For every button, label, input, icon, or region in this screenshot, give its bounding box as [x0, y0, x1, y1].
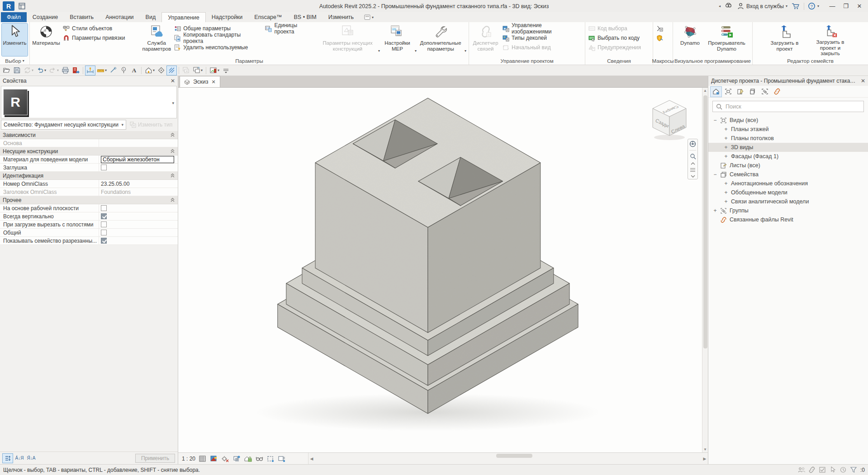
open-button[interactable] — [2, 66, 11, 75]
store-cart-icon[interactable] — [791, 2, 800, 11]
vertical-scrollbar[interactable]: ▲ ▼ — [702, 88, 708, 452]
workplane-checkbox[interactable] — [101, 205, 107, 211]
switch-windows-button[interactable]: ▾ — [192, 66, 204, 75]
mep-settings-button[interactable]: MEP Настройки MEP — [382, 24, 413, 56]
user-interface-button[interactable]: ▾ — [209, 66, 220, 75]
filter-icon[interactable] — [850, 466, 857, 473]
browser-sheets-button[interactable] — [735, 87, 746, 97]
tree-item-analytical-links[interactable]: +Связи аналитической модели — [708, 197, 868, 206]
tree-item-views[interactable]: − Виды (все) — [708, 116, 868, 125]
panel-label-select[interactable]: Выбор▾ — [0, 57, 29, 65]
show-crop-icon[interactable] — [278, 455, 286, 462]
horizontal-scrollbar[interactable]: ◀ ▶ — [308, 453, 708, 464]
property-row-cut-voids[interactable]: При загрузке вырезать с полостями — [0, 221, 178, 229]
property-row-cap[interactable]: Заглушка — [0, 164, 178, 172]
ribbon-display-toggle[interactable]: ▾ — [360, 12, 378, 22]
properties-close-icon[interactable]: ✕ — [171, 78, 175, 84]
property-row-always-vertical[interactable]: Всегда вертикально — [0, 212, 178, 221]
status-link-icon[interactable] — [808, 466, 816, 473]
scroll-left-icon[interactable]: ◀ — [308, 453, 315, 464]
load-into-project-button[interactable]: Загрузить в проект — [769, 24, 801, 56]
thin-lines-button[interactable] — [167, 66, 176, 75]
dynamo-player-button[interactable]: Проигрыватель Dynamo — [705, 24, 749, 56]
property-row-shared[interactable]: Общий — [0, 229, 178, 237]
select-by-id-button[interactable]: Выбрать по коду — [588, 34, 650, 42]
manage-images-button[interactable]: Управление изображениями — [502, 24, 583, 33]
tree-item-revit-links[interactable]: Связанные файлы Revit — [708, 215, 868, 224]
tree-item-3d-views[interactable]: +3D виды — [708, 143, 868, 152]
tab-view[interactable]: Вид — [140, 12, 162, 22]
object-styles-button[interactable]: Стили объектов — [62, 24, 140, 33]
material-input[interactable] — [101, 156, 174, 163]
sign-in-menu[interactable]: Вход в службы▾ — [737, 2, 787, 10]
browser-search[interactable] — [712, 101, 864, 112]
dynamo-button[interactable]: Dynamo — [677, 24, 703, 56]
tree-item-elevations[interactable]: +Фасады (Фасад 1) — [708, 152, 868, 161]
tab-enscape[interactable]: Enscape™ — [248, 12, 288, 22]
detail-level-icon[interactable] — [199, 455, 207, 462]
cap-checkbox[interactable] — [101, 165, 107, 170]
property-row-host[interactable]: Основа — [0, 139, 178, 147]
sun-path-icon[interactable] — [221, 455, 229, 462]
additional-settings-button[interactable]: Дополнительные параметры — [418, 24, 463, 56]
tab-bsbim[interactable]: BS • BIM — [288, 12, 322, 22]
macro-security-button[interactable]: ! — [655, 34, 664, 42]
macro-manager-button[interactable] — [655, 24, 664, 33]
navbar-list-icon[interactable] — [690, 168, 696, 172]
text-button[interactable]: A — [129, 66, 139, 75]
horizontal-scroll-thumb[interactable] — [496, 454, 532, 458]
navbar-chevron-down-icon[interactable] — [691, 175, 695, 178]
default-3d-view-button[interactable]: ▾ — [144, 66, 156, 75]
tab-create[interactable]: Создание — [27, 12, 64, 22]
parameters-service-button[interactable]: Служба параметров — [142, 24, 171, 56]
tree-item-sheets[interactable]: Листы (все) — [708, 161, 868, 170]
exclude-options-icon[interactable] — [819, 466, 826, 473]
property-row-omniclass-number[interactable]: Номер OmniClass 23.25.05.00 — [0, 180, 178, 188]
property-row-material[interactable]: Материал для поведения модели — [0, 155, 178, 164]
frame-collapse-icon[interactable]: ◂ — [719, 4, 721, 8]
always-vertical-checkbox[interactable] — [101, 213, 107, 219]
search-icon[interactable] — [724, 2, 733, 11]
browser-views-button[interactable] — [723, 87, 734, 97]
locked-orientation-icon[interactable] — [244, 455, 252, 462]
type-preview[interactable]: R ▾ — [1, 86, 177, 118]
navigation-bar[interactable] — [688, 139, 698, 179]
browser-search-input[interactable] — [726, 103, 860, 110]
tab-annotate[interactable]: Аннотации — [100, 12, 139, 22]
print-button[interactable] — [61, 66, 70, 75]
scroll-right-icon[interactable]: ▶ — [702, 453, 708, 464]
load-into-project-close-button[interactable]: Загрузить в проект и закрыть — [809, 24, 852, 56]
property-row-workplane-based[interactable]: На основе рабочей плоскости — [0, 204, 178, 212]
type-selector-dropdown-icon[interactable]: ▾ — [172, 101, 174, 105]
minimize-button[interactable]: — — [825, 1, 839, 12]
browser-home-button[interactable] — [711, 87, 721, 97]
project-browser-close-icon[interactable]: ✕ — [861, 78, 865, 84]
tree-item-groups[interactable]: + Группы — [708, 206, 868, 215]
property-row-show-cut[interactable]: Показывать семейство разрезанны... — [0, 237, 178, 245]
help-menu[interactable]: ? ▾ — [808, 2, 819, 10]
show-cut-checkbox[interactable] — [101, 238, 107, 244]
crop-view-icon[interactable] — [266, 455, 275, 462]
measure-button[interactable]: ▾ — [96, 66, 108, 75]
close-tab-icon[interactable]: ✕ — [211, 79, 215, 85]
section-identity[interactable]: Идентификация — [0, 172, 178, 180]
materials-button[interactable]: Материалы — [32, 24, 60, 56]
tab-file[interactable]: Файл — [1, 12, 27, 22]
tag-button[interactable]: 1 — [119, 66, 128, 75]
scroll-up-icon[interactable]: ▲ — [702, 88, 708, 94]
tree-item-annotation-symbols[interactable]: +Аннотационные обозначения — [708, 179, 868, 188]
press-drag-icon[interactable] — [829, 466, 836, 473]
section-dependencies[interactable]: Зависимости — [0, 131, 178, 139]
tree-item-ceiling-plans[interactable]: +Планы потолков — [708, 134, 868, 143]
undo-button[interactable]: ▾ — [35, 66, 47, 75]
transfer-standards-button[interactable]: Копировать стандарты проекта — [173, 34, 262, 42]
browser-groups-button[interactable] — [759, 87, 770, 97]
close-button[interactable]: ✕ — [853, 1, 866, 12]
restore-button[interactable]: ❐ — [839, 1, 853, 12]
spot-dimension-button[interactable] — [109, 66, 118, 75]
shadows-icon[interactable] — [232, 455, 241, 462]
section-structural[interactable]: Несущие конструкции — [0, 147, 178, 155]
file-tab-toggle-icon[interactable] — [17, 2, 26, 11]
modify-button[interactable]: Изменить — [2, 24, 28, 56]
tab-modify[interactable]: Изменить — [323, 12, 360, 22]
